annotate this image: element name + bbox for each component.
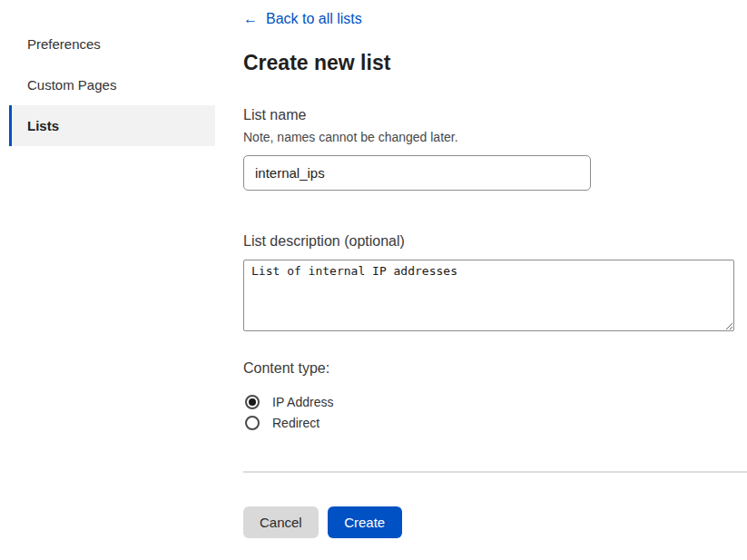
sidebar-item-label: Lists	[27, 118, 59, 133]
back-link-label: Back to all lists	[266, 11, 362, 27]
list-name-input[interactable]	[243, 155, 591, 191]
page-title: Create new list	[243, 51, 747, 75]
list-name-note: Note, names cannot be changed later.	[243, 130, 747, 144]
radio-option-ip-address[interactable]: IP Address	[243, 391, 747, 412]
sidebar-item-lists[interactable]: Lists	[9, 105, 215, 146]
radio-option-label: IP Address	[272, 395, 333, 409]
create-list-panel: ← Back to all lists Create new list List…	[243, 0, 747, 538]
back-to-all-lists-link[interactable]: ← Back to all lists	[243, 11, 362, 27]
back-arrow-icon: ←	[243, 11, 258, 27]
list-name-label: List name	[243, 107, 747, 123]
sidebar-item-preferences[interactable]: Preferences	[9, 24, 215, 64]
cancel-button[interactable]: Cancel	[243, 506, 319, 538]
form-actions: Cancel Create	[243, 506, 747, 538]
sidebar-item-custom-pages[interactable]: Custom Pages	[9, 64, 215, 105]
radio-option-label: Redirect	[272, 416, 319, 430]
list-description-textarea[interactable]: List of internal IP addresses	[243, 260, 734, 331]
sidebar-item-label: Custom Pages	[27, 77, 116, 93]
radio-button-icon[interactable]	[245, 416, 260, 430]
content-type-label: Content type:	[243, 360, 747, 377]
create-button[interactable]: Create	[328, 506, 402, 538]
radio-option-redirect[interactable]: Redirect	[243, 412, 747, 433]
sidebar-item-label: Preferences	[27, 36, 101, 52]
radio-button-icon[interactable]	[245, 395, 260, 409]
settings-sidebar: Preferences Custom Pages Lists	[9, 24, 215, 146]
list-description-label: List description (optional)	[243, 233, 747, 250]
content-type-radio-group: IP Address Redirect	[243, 391, 747, 433]
divider	[243, 471, 747, 473]
